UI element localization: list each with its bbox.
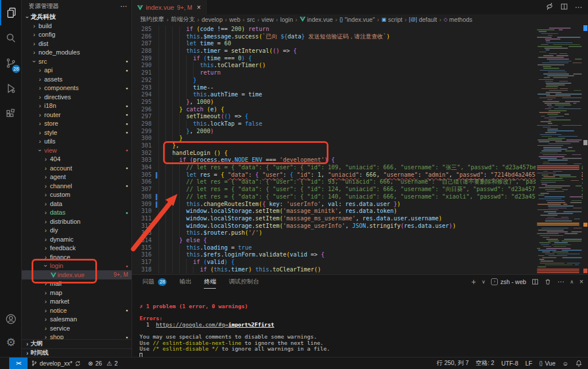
line-number[interactable]: 310 bbox=[132, 208, 152, 215]
terminal-select[interactable]: ›zsh - web bbox=[491, 278, 526, 285]
more-actions-icon[interactable]: ⋯ bbox=[557, 278, 564, 286]
tree-item-api[interactable]: ›api● bbox=[22, 66, 131, 75]
tree-item-distribution[interactable]: ›distribution bbox=[22, 217, 131, 226]
line-number[interactable]: 286 bbox=[132, 33, 152, 41]
line-number[interactable]: 293 bbox=[132, 84, 152, 92]
extensions-icon[interactable] bbox=[0, 101, 22, 126]
line-number[interactable]: 308 bbox=[132, 193, 152, 201]
remote-indicator[interactable]: >< bbox=[9, 358, 28, 369]
code-line[interactable]: 286this.$message.success(`已向 ${data} 发送短… bbox=[132, 33, 588, 41]
line-number[interactable]: 298 bbox=[132, 121, 152, 128]
tree-item-diy[interactable]: ›diy bbox=[22, 226, 131, 235]
git-branch-item[interactable]: develop_xx* bbox=[28, 358, 84, 369]
line-number[interactable]: 297 bbox=[132, 113, 152, 121]
maximize-panel-icon[interactable]: ∧ bbox=[570, 279, 574, 285]
line-number[interactable]: 299 bbox=[132, 128, 152, 135]
tree-item-404[interactable]: ›404 bbox=[22, 155, 131, 164]
code-line[interactable]: 289if (time === 0) { bbox=[132, 55, 588, 63]
tree-item-style[interactable]: ›style● bbox=[22, 128, 131, 137]
search-icon[interactable] bbox=[0, 25, 22, 51]
code-line[interactable]: 296} catch (e) { bbox=[132, 106, 588, 114]
line-number[interactable]: 306 bbox=[132, 178, 152, 186]
line-number[interactable]: 289 bbox=[132, 55, 152, 63]
problems-item[interactable]: ⊗26 ⚠2 bbox=[84, 358, 121, 369]
tree-item-src[interactable]: ›src● bbox=[22, 57, 131, 66]
tree-item-data[interactable]: ›data bbox=[22, 199, 131, 208]
tree-item-shop[interactable]: ›shop● bbox=[22, 333, 131, 340]
tree-item-notice[interactable]: ›notice● bbox=[22, 306, 131, 315]
tab-debug-console[interactable]: 调试控制台 bbox=[229, 275, 259, 289]
code-line[interactable]: 297setTimeout(() => { bbox=[132, 113, 588, 121]
new-terminal-icon[interactable]: + bbox=[471, 277, 476, 286]
line-number[interactable]: 287 bbox=[132, 40, 152, 48]
tree-item-account[interactable]: ›account● bbox=[22, 164, 131, 173]
line-number[interactable]: 311 bbox=[132, 215, 152, 223]
minimap[interactable] bbox=[536, 25, 582, 274]
encoding[interactable]: UTF-8 bbox=[498, 360, 522, 367]
code-line[interactable]: 294this.authTime = time bbox=[132, 91, 588, 99]
code-line[interactable]: 306// let res = { "data": { "user": { "i… bbox=[132, 178, 588, 186]
tree-item-i18n[interactable]: ›i18n● bbox=[22, 102, 131, 111]
breadcrumb-item[interactable]: 前端分支 bbox=[171, 15, 195, 24]
code-line[interactable]: 312window.localStorage.setItem('massage_… bbox=[132, 223, 588, 230]
line-number[interactable]: 303 bbox=[132, 157, 152, 164]
source-control-icon[interactable]: 28 bbox=[0, 51, 22, 76]
line-number[interactable]: 301 bbox=[132, 142, 152, 150]
code-line[interactable]: 288this.timer = setInterval(() => { bbox=[132, 48, 588, 55]
tree-item-mall[interactable]: ›mall bbox=[22, 279, 131, 289]
code-line[interactable]: 309this.changeRoutesItem({ key: 'userInf… bbox=[132, 201, 588, 208]
tree-item-login[interactable]: ›login● bbox=[22, 262, 131, 271]
code-line[interactable]: 304// let res = { "data": { "user": { "i… bbox=[132, 164, 588, 172]
code-line[interactable]: 317if (valid) { bbox=[132, 259, 588, 266]
line-number[interactable]: 295 bbox=[132, 99, 152, 106]
feedback-icon[interactable]: ☺ bbox=[559, 360, 572, 367]
code-line[interactable]: 318if (this.timer) this.toClearTimer() bbox=[132, 266, 588, 274]
tab-terminal[interactable]: 终端 bbox=[204, 275, 216, 289]
line-number[interactable]: 290 bbox=[132, 62, 152, 69]
timeline-section[interactable]: ›时间线 bbox=[22, 348, 131, 358]
tree-item-utils[interactable]: ›utils bbox=[22, 137, 131, 146]
close-panel-icon[interactable]: × bbox=[579, 278, 583, 286]
more-actions-icon[interactable]: ⋯ bbox=[575, 3, 582, 11]
code-line[interactable]: 301}, bbox=[132, 142, 588, 150]
line-number[interactable]: 314 bbox=[132, 237, 152, 244]
tree-item-feedback[interactable]: ›feedback bbox=[22, 244, 131, 253]
code-line[interactable]: 291return bbox=[132, 69, 588, 77]
split-editor-icon[interactable] bbox=[560, 3, 568, 12]
tab-output[interactable]: 输出 bbox=[179, 275, 191, 289]
tree-item-index.vue[interactable]: index.vue9+, M bbox=[22, 270, 131, 279]
code-line[interactable]: 287let time = 60 bbox=[132, 40, 588, 48]
tree-item-salesman[interactable]: ›salesman bbox=[22, 315, 131, 324]
line-number[interactable]: 300 bbox=[132, 135, 152, 142]
tree-item-node_modules[interactable]: ›node_modules bbox=[22, 48, 131, 57]
code-line[interactable]: 314} else { bbox=[132, 237, 588, 244]
tree-item-datas[interactable]: ›datas● bbox=[22, 208, 131, 217]
language-mode[interactable]: {}Vue bbox=[536, 360, 559, 367]
code-line[interactable]: 310window.localStorage.setItem('massage_… bbox=[132, 208, 588, 215]
code-line[interactable]: 285if (code !== 200) return bbox=[132, 26, 588, 33]
code-line[interactable]: 305let res = { "data": { "user": { "id":… bbox=[132, 172, 588, 179]
code-line[interactable]: 300} bbox=[132, 135, 588, 142]
breadcrumb-item[interactable]: login bbox=[280, 16, 293, 23]
code-line[interactable]: 290this.toClearTimer() bbox=[132, 62, 588, 69]
notifications-bell-icon[interactable] bbox=[572, 360, 588, 367]
tree-item-assets[interactable]: ›assets bbox=[22, 75, 131, 84]
terminal-link[interactable]: import%2Ffirst bbox=[228, 321, 274, 328]
line-number[interactable]: 318 bbox=[132, 266, 152, 274]
indentation[interactable]: 空格: 2 bbox=[472, 359, 498, 367]
explorer-icon[interactable] bbox=[0, 0, 22, 25]
line-number[interactable]: 285 bbox=[132, 26, 152, 33]
tree-item-custom[interactable]: ›custom bbox=[22, 191, 131, 200]
line-number[interactable]: 312 bbox=[132, 223, 152, 230]
tree-item-directives[interactable]: ›directives bbox=[22, 92, 131, 102]
close-icon[interactable]: × bbox=[197, 3, 201, 11]
line-number[interactable]: 296 bbox=[132, 106, 152, 114]
line-number[interactable]: 309 bbox=[132, 201, 152, 208]
tree-item-store[interactable]: ›store● bbox=[22, 119, 131, 129]
line-number[interactable]: 313 bbox=[132, 230, 152, 237]
code-line[interactable]: 302handleLogin () { bbox=[132, 150, 588, 157]
chevron-down-icon[interactable]: ∨ bbox=[482, 279, 486, 285]
account-icon[interactable] bbox=[0, 306, 22, 332]
code-line[interactable]: 313this.$router.push('/') bbox=[132, 230, 588, 237]
line-number[interactable]: 307 bbox=[132, 186, 152, 193]
